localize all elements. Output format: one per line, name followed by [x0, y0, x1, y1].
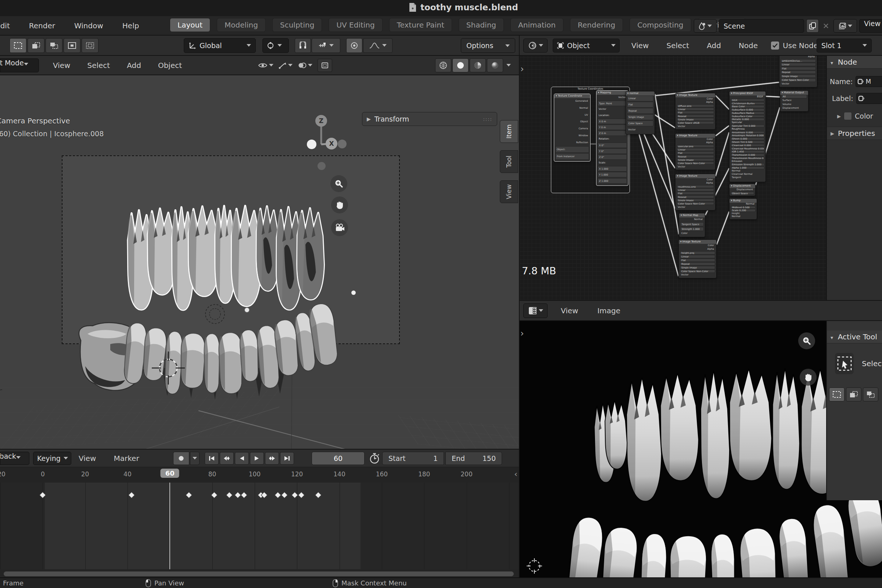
node-row[interactable]: Normal: [555, 105, 589, 112]
snap-target-dropdown[interactable]: [312, 38, 340, 53]
node-row[interactable]: Linear: [676, 108, 714, 111]
timeline-menu-view[interactable]: View: [77, 454, 98, 463]
next-keyframe-button[interactable]: [265, 452, 279, 465]
workspace-tab-modeling[interactable]: Modeling: [217, 18, 266, 32]
workspace-tab-sculpting[interactable]: Sculpting: [272, 18, 322, 32]
navigation-gizmo[interactable]: Z X: [298, 112, 356, 178]
select-mode-new[interactable]: [829, 387, 844, 401]
node-row[interactable]: All: [781, 95, 807, 98]
node-row[interactable]: Vector: [598, 106, 627, 112]
node-image-texture[interactable]: ▾ Image TextureColorAlpharoughness.pngLi…: [675, 174, 715, 210]
select-mode-new[interactable]: [9, 38, 27, 53]
shading-solid[interactable]: [452, 58, 469, 72]
node-principled-bsdf[interactable]: ▾ Principled BSDFBSDFGGXChristensen-Burl…: [729, 91, 766, 182]
play-reverse-button[interactable]: [235, 452, 249, 465]
node-row[interactable]: Repeat: [627, 108, 654, 114]
snap-toggle[interactable]: [295, 38, 311, 53]
node-row[interactable]: ambientOcclus…: [781, 59, 816, 62]
node-row[interactable]: Single Image: [676, 158, 714, 161]
transform-orientation-dropdown[interactable]: Global: [184, 38, 256, 53]
node-row[interactable]: Vector: [676, 125, 714, 128]
node-row[interactable]: Object Space: [730, 192, 754, 195]
panel-drag-dots[interactable]: ::::: [483, 116, 493, 122]
node-row[interactable]: Anisotropic 0.000: [730, 131, 765, 134]
sidebar-tab-tool[interactable]: Tool: [500, 150, 518, 173]
node-row[interactable]: Linear: [680, 255, 715, 258]
node-image-texture[interactable]: ▾ Image TextureAlphaambientOcclus…Linear…: [779, 56, 817, 87]
node-row[interactable]: Repeat: [676, 115, 714, 117]
view-layer-field[interactable]: View Layer: [859, 19, 882, 33]
menu-window[interactable]: Window: [73, 16, 105, 36]
node-row[interactable]: Color: [680, 244, 715, 247]
node-row[interactable]: Z 0 m: [598, 130, 627, 136]
node-row[interactable]: Volume: [781, 103, 807, 106]
node-row[interactable]: X 0°: [598, 142, 627, 148]
color-checkbox[interactable]: [844, 112, 852, 120]
node-panel-header[interactable]: ▾ Node: [827, 56, 882, 69]
node-row[interactable]: Surface: [781, 99, 807, 102]
node-color-row[interactable]: ▶ Color: [837, 112, 882, 120]
node-row[interactable]: Normal: [730, 215, 756, 218]
visibility-dropdown[interactable]: [258, 62, 273, 69]
node-row[interactable]: Color: [676, 178, 714, 181]
viewport-menu-object[interactable]: Object: [156, 61, 184, 70]
camera-view-button[interactable]: [331, 219, 348, 236]
node-row[interactable]: Vector: [598, 95, 627, 100]
view-layer-selector[interactable]: View Layer: [834, 19, 882, 33]
node-row[interactable]: Alpha: [676, 182, 714, 184]
node-row[interactable]: GGX: [730, 99, 765, 102]
node-row[interactable]: Vector: [627, 127, 654, 133]
node-row[interactable]: Color: [676, 98, 714, 100]
node-row[interactable]: Midlevel 0.500: [730, 206, 756, 208]
render-canvas[interactable]: › ▾ Active Tool Select Box: [520, 321, 882, 578]
node-row[interactable]: Anisotropic Rotation 0.000: [730, 134, 765, 137]
frame-end-field[interactable]: End150: [445, 452, 502, 465]
node-label-field[interactable]: [856, 93, 882, 104]
node-row[interactable]: Window: [555, 133, 589, 139]
node-row[interactable]: Linear: [627, 96, 654, 101]
transform-panel-header[interactable]: ▶ Transform ::::: [362, 112, 497, 126]
material-slot-dropdown[interactable]: Slot 1: [817, 39, 872, 52]
node-menu-node[interactable]: Node: [736, 41, 760, 50]
node-row[interactable]: Y 1.000: [598, 172, 627, 177]
frame-start-field[interactable]: Start1: [382, 452, 444, 465]
node-row[interactable]: Transmission 0.000: [730, 153, 765, 156]
node-row[interactable]: Emission Strength 1.000: [730, 163, 765, 166]
node-row[interactable]: Repeat: [781, 70, 816, 74]
node-row[interactable]: Flat: [676, 152, 714, 154]
node-row[interactable]: Clearcoat Roughness 0.030: [730, 147, 765, 150]
node-row[interactable]: Clearcoat Normal: [730, 173, 765, 176]
node-row[interactable]: Specular Tint 0.000: [730, 124, 765, 128]
node-row[interactable]: Generated: [555, 98, 589, 105]
node-row[interactable]: Y 0°: [598, 148, 627, 154]
node-row[interactable]: Camera: [555, 126, 589, 132]
node-row[interactable]: Type: Point: [598, 100, 627, 106]
node-row[interactable]: Flat: [627, 102, 654, 108]
node-row[interactable]: Alpha: [676, 141, 714, 144]
timeline-ruler[interactable]: -2002040608010012014016018020060: [0, 467, 519, 483]
xray-toggle[interactable]: [317, 59, 332, 72]
node-row[interactable]: Subsurface Radius: [730, 112, 765, 115]
node-row[interactable]: Object: [555, 118, 589, 125]
node-row[interactable]: From Instancer: [555, 153, 589, 160]
workspace-tab-texture-paint[interactable]: Texture Paint: [389, 18, 452, 32]
use-preview-range-toggle[interactable]: [369, 453, 380, 464]
node-row[interactable]: Scale 0.200: [730, 209, 756, 212]
node-row[interactable]: Scale:: [598, 160, 627, 166]
sidebar-tab-view[interactable]: View: [500, 180, 518, 203]
select-mode-subtract[interactable]: [863, 387, 878, 401]
node-row[interactable]: Color: [680, 231, 704, 236]
node-menu-view[interactable]: View: [629, 41, 651, 50]
node-row[interactable]: Rotation:: [598, 136, 627, 142]
node-row[interactable]: Color Space Non-Color: [676, 162, 714, 165]
node-image-texture[interactable]: ▾ Image TextureColorAlphaspecular.pngLin…: [675, 134, 715, 170]
node-row[interactable]: Alpha: [676, 100, 714, 104]
node-row[interactable]: Displacement: [781, 106, 807, 110]
node-row[interactable]: Flat: [680, 258, 715, 262]
select-mode-subtract[interactable]: [45, 38, 63, 53]
node-row[interactable]: UV: [555, 112, 589, 118]
gizmos-dropdown[interactable]: [279, 62, 293, 69]
editor-type-dropdown[interactable]: [523, 39, 548, 52]
node-row[interactable]: Metallic 0.000: [730, 118, 765, 121]
viewport-canvas[interactable]: Camera Perspective (60) Collection | Ico…: [0, 75, 519, 449]
